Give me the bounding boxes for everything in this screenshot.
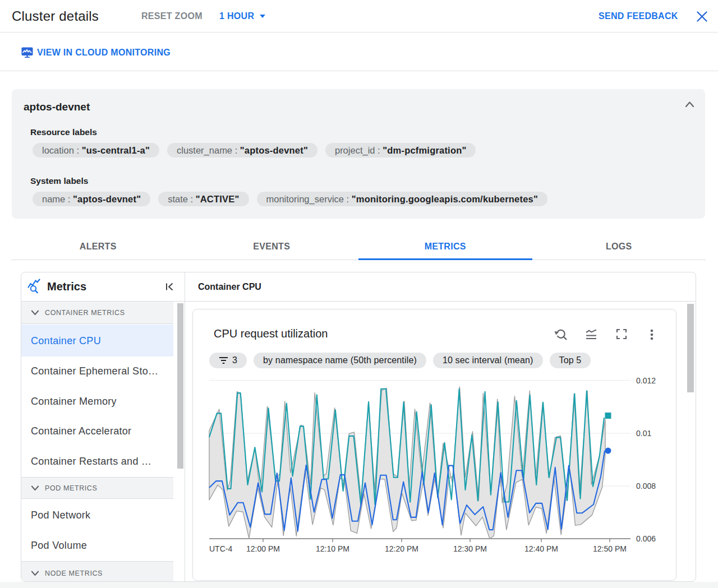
svg-text:12:00 PM: 12:00 PM bbox=[246, 544, 280, 553]
svg-text:0.01: 0.01 bbox=[636, 429, 651, 438]
svg-text:12:30 PM: 12:30 PM bbox=[453, 544, 487, 553]
svg-text:0.008: 0.008 bbox=[636, 481, 656, 490]
svg-text:12:50 PM: 12:50 PM bbox=[593, 544, 627, 553]
svg-text:12:40 PM: 12:40 PM bbox=[524, 544, 558, 553]
svg-text:0.006: 0.006 bbox=[636, 534, 656, 543]
svg-text:UTC-4: UTC-4 bbox=[209, 544, 232, 553]
svg-text:12:20 PM: 12:20 PM bbox=[385, 544, 418, 553]
svg-text:0.012: 0.012 bbox=[636, 376, 656, 385]
svg-text:12:10 PM: 12:10 PM bbox=[316, 544, 349, 553]
